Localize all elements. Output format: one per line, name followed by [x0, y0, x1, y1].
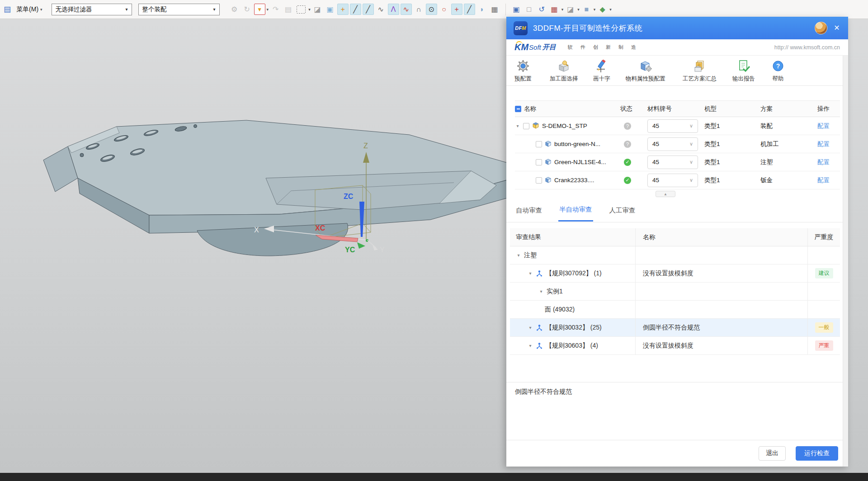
part-icon — [545, 140, 552, 148]
chevron-down-icon[interactable]: ▾ — [609, 7, 612, 12]
material-select[interactable]: 45∨ — [647, 137, 698, 151]
row-checkbox[interactable] — [536, 177, 542, 184]
result-row[interactable]: ▾ 【规则30603】 (4) 没有设置拔模斜度 严重 — [510, 337, 840, 355]
expander-icon[interactable]: ▾ — [538, 289, 544, 294]
mirror-feature-icon[interactable]: ▤ — [283, 4, 294, 15]
line-point-icon[interactable]: ╱ — [363, 4, 374, 15]
close-icon[interactable]: ✕ — [832, 23, 842, 33]
col-machine: 机型 — [704, 105, 760, 113]
panel-scrollbar[interactable] — [843, 56, 848, 467]
pan-icon[interactable]: □ — [524, 4, 535, 15]
render-style-icon[interactable]: ◆ — [597, 4, 608, 15]
configure-link[interactable]: 配置 — [817, 176, 830, 184]
panel-titlebar[interactable]: DFM 3DDFM-开目可制造性分析系统 ✕ — [506, 17, 848, 39]
menu-button[interactable]: 菜单(M) ▾ — [14, 5, 45, 14]
chevron-down-icon[interactable]: ▾ — [577, 7, 580, 12]
results-header: 审查结果 名称 严重度 — [510, 228, 840, 246]
rect-select-icon[interactable] — [297, 5, 306, 14]
draw-cross-button[interactable]: 画十字 — [593, 59, 610, 83]
bridge-curve-icon[interactable]: ∿ — [375, 4, 387, 15]
assembly-constraints-icon[interactable]: ⚙ — [229, 4, 240, 15]
move-component-icon[interactable]: ↻ — [241, 4, 253, 15]
chevron-down-icon[interactable]: ▾ — [308, 7, 311, 12]
material-select[interactable]: 45∨ — [647, 156, 698, 169]
point-plus-icon[interactable]: + — [451, 4, 462, 15]
col-severity: 严重度 — [808, 228, 840, 246]
face-select-button[interactable]: 加工面选择 — [550, 59, 578, 83]
expander-icon[interactable]: ▾ — [515, 123, 520, 128]
document-stack-icon — [693, 59, 707, 73]
action-label: 预配置 — [514, 75, 532, 83]
chevron-down-icon: ∨ — [689, 159, 693, 165]
configure-link[interactable]: 配置 — [817, 140, 830, 148]
result-row[interactable]: ▾ 【规则307092】 (1) 没有设置拔模斜度 建议 — [510, 264, 840, 283]
export-report-button[interactable]: 输出报告 — [732, 59, 755, 83]
part-name: Green-NJL1SE-4... — [554, 159, 606, 165]
action-label: 加工面选择 — [550, 75, 578, 83]
view-cube-icon[interactable]: ■ — [581, 4, 592, 15]
arc-icon[interactable]: ∩ — [413, 4, 425, 15]
expander-icon[interactable]: ▾ — [528, 325, 533, 330]
circle-center-icon[interactable]: ⊙ — [426, 4, 437, 15]
user-avatar[interactable] — [815, 22, 827, 34]
layout-grid-icon[interactable]: ▦ — [549, 4, 560, 15]
rule-description: 倒圆半径不符合规范 — [636, 319, 808, 336]
tab-manual-review[interactable]: 人工审查 — [609, 199, 637, 221]
result-row[interactable]: ▾ 注塑 — [510, 246, 840, 264]
table-row[interactable]: Green-NJL1SE-4... ✓ 45∨ 类型1 注塑 配置 — [515, 153, 840, 171]
row-checkbox[interactable] — [536, 141, 542, 147]
clamp-icon[interactable]: ◪ — [565, 4, 576, 15]
selection-filter-select[interactable]: 无选择过滤器 ▾ — [52, 4, 132, 15]
chevron-down-icon[interactable]: ▾ — [594, 7, 596, 12]
matrix-icon[interactable]: ▦ — [489, 4, 500, 15]
select-all-checkbox[interactable] — [515, 106, 521, 112]
dynamic-handles-icon[interactable]: + — [337, 4, 349, 15]
result-row-selected[interactable]: ▾ 【规则30032】 (25) 倒圆半径不符合规范 一般 — [510, 319, 840, 337]
collapse-table-button[interactable]: ▲ — [656, 191, 675, 197]
face-label: 面 (49032) — [545, 306, 575, 314]
process-plan: 注塑 — [760, 158, 817, 166]
rule-icon — [536, 270, 543, 277]
run-check-button[interactable]: 运行检查 — [796, 446, 838, 461]
zoom-window-icon[interactable]: ▣ — [511, 4, 522, 15]
tab-semi-auto-review[interactable]: 半自动审查 — [558, 198, 593, 222]
surface-icon[interactable]: ◗ — [476, 4, 488, 15]
configure-link[interactable]: 配置 — [817, 122, 830, 130]
selection-filter-icon[interactable]: ▼ — [254, 4, 265, 15]
material-select[interactable]: 45∨ — [647, 174, 698, 187]
chevron-down-icon[interactable]: ▾ — [561, 7, 564, 12]
table-row[interactable]: button-green-N... ? 45∨ 类型1 机加工 配置 — [515, 135, 840, 153]
material-preconfig-button[interactable]: 物料属性预配置 — [626, 59, 665, 83]
exit-button[interactable]: 退出 — [759, 446, 786, 461]
circle-icon[interactable]: ○ — [439, 4, 450, 15]
selection-scope-select[interactable]: 整个装配 ▾ — [138, 4, 220, 15]
result-row[interactable]: ▾ 实例1 — [510, 283, 840, 301]
studio-spline-icon[interactable]: Λ — [388, 4, 399, 15]
preconfig-button[interactable]: 预配置 — [514, 59, 532, 83]
row-checkbox[interactable] — [523, 123, 529, 129]
line-icon[interactable]: ╱ — [350, 4, 361, 15]
configure-link[interactable]: 配置 — [817, 158, 830, 166]
help-button[interactable]: ? 帮助 — [771, 59, 785, 83]
glass-box-icon[interactable]: ▣ — [325, 4, 336, 15]
material-select[interactable]: 45∨ — [647, 119, 698, 133]
expander-icon[interactable]: ▾ — [528, 343, 533, 348]
part-name: Crank22333.... — [554, 177, 594, 184]
spline-icon[interactable]: ∿ — [401, 4, 412, 15]
sketch-line-icon[interactable]: ╱ — [464, 4, 475, 15]
result-row[interactable]: 面 (49032) — [510, 301, 840, 319]
expander-icon[interactable]: ▾ — [516, 253, 521, 258]
severity-badge: 一般 — [815, 322, 833, 333]
pattern-feature-icon[interactable]: ↷ — [270, 4, 281, 15]
table-row[interactable]: Crank22333.... ✓ 45∨ 类型1 钣金 配置 — [515, 171, 840, 189]
table-row[interactable]: ▾ S-DEMO-1_STP ? 45∨ 类型1 装配 配置 — [515, 117, 840, 135]
process-summary-button[interactable]: 工艺方案汇总 — [683, 59, 717, 83]
row-checkbox[interactable] — [536, 159, 542, 165]
tab-auto-review[interactable]: 自动审查 — [515, 199, 543, 221]
vise-icon[interactable]: ◪ — [312, 4, 323, 15]
expander-icon[interactable]: ▾ — [528, 271, 533, 276]
review-tabs: 自动审查 半自动审查 人工审查 — [506, 198, 848, 222]
rotate-view-icon[interactable]: ↺ — [536, 4, 547, 15]
process-plan: 机加工 — [760, 140, 817, 148]
chevron-down-icon[interactable]: ▾ — [267, 7, 269, 12]
